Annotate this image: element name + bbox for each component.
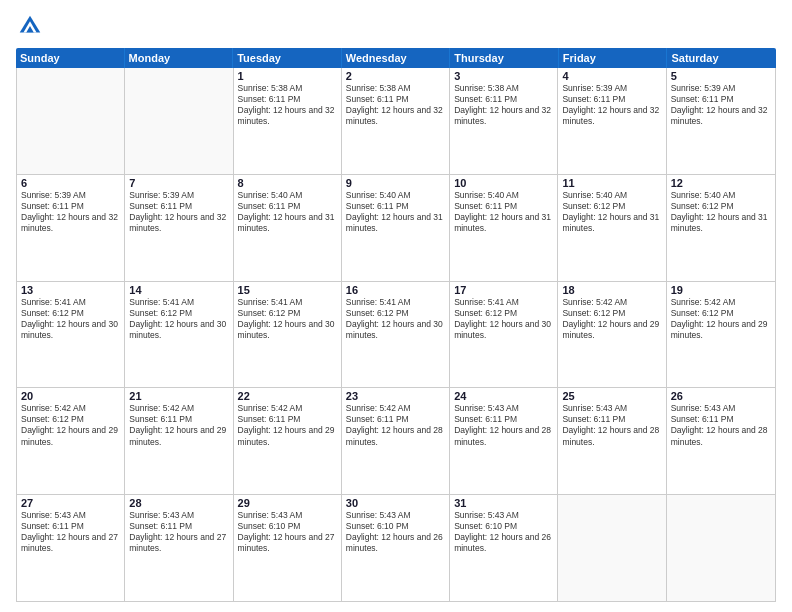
day-info: Sunrise: 5:38 AM Sunset: 6:11 PM Dayligh… xyxy=(454,83,553,127)
day-info: Sunrise: 5:42 AM Sunset: 6:11 PM Dayligh… xyxy=(238,403,337,447)
week-row-5: 27Sunrise: 5:43 AM Sunset: 6:11 PM Dayli… xyxy=(17,495,775,601)
day-cell-29: 29Sunrise: 5:43 AM Sunset: 6:10 PM Dayli… xyxy=(234,495,342,601)
calendar: SundayMondayTuesdayWednesdayThursdayFrid… xyxy=(16,48,776,602)
day-number: 11 xyxy=(562,177,661,189)
day-cell-17: 17Sunrise: 5:41 AM Sunset: 6:12 PM Dayli… xyxy=(450,282,558,388)
day-number: 28 xyxy=(129,497,228,509)
day-number: 24 xyxy=(454,390,553,402)
calendar-body: 1Sunrise: 5:38 AM Sunset: 6:11 PM Daylig… xyxy=(16,68,776,602)
day-cell-18: 18Sunrise: 5:42 AM Sunset: 6:12 PM Dayli… xyxy=(558,282,666,388)
day-info: Sunrise: 5:39 AM Sunset: 6:11 PM Dayligh… xyxy=(671,83,771,127)
day-info: Sunrise: 5:39 AM Sunset: 6:11 PM Dayligh… xyxy=(129,190,228,234)
day-cell-3: 3Sunrise: 5:38 AM Sunset: 6:11 PM Daylig… xyxy=(450,68,558,174)
day-cell-16: 16Sunrise: 5:41 AM Sunset: 6:12 PM Dayli… xyxy=(342,282,450,388)
day-number: 6 xyxy=(21,177,120,189)
day-info: Sunrise: 5:40 AM Sunset: 6:12 PM Dayligh… xyxy=(671,190,771,234)
day-number: 21 xyxy=(129,390,228,402)
day-cell-10: 10Sunrise: 5:40 AM Sunset: 6:11 PM Dayli… xyxy=(450,175,558,281)
day-cell-5: 5Sunrise: 5:39 AM Sunset: 6:11 PM Daylig… xyxy=(667,68,775,174)
day-info: Sunrise: 5:43 AM Sunset: 6:11 PM Dayligh… xyxy=(21,510,120,554)
day-info: Sunrise: 5:40 AM Sunset: 6:12 PM Dayligh… xyxy=(562,190,661,234)
day-info: Sunrise: 5:42 AM Sunset: 6:12 PM Dayligh… xyxy=(671,297,771,341)
day-cell-1: 1Sunrise: 5:38 AM Sunset: 6:11 PM Daylig… xyxy=(234,68,342,174)
empty-cell xyxy=(667,495,775,601)
day-cell-31: 31Sunrise: 5:43 AM Sunset: 6:10 PM Dayli… xyxy=(450,495,558,601)
day-info: Sunrise: 5:43 AM Sunset: 6:11 PM Dayligh… xyxy=(562,403,661,447)
day-cell-26: 26Sunrise: 5:43 AM Sunset: 6:11 PM Dayli… xyxy=(667,388,775,494)
day-info: Sunrise: 5:42 AM Sunset: 6:11 PM Dayligh… xyxy=(346,403,445,447)
weekday-header-thursday: Thursday xyxy=(450,48,559,68)
day-info: Sunrise: 5:42 AM Sunset: 6:12 PM Dayligh… xyxy=(562,297,661,341)
day-cell-21: 21Sunrise: 5:42 AM Sunset: 6:11 PM Dayli… xyxy=(125,388,233,494)
day-number: 19 xyxy=(671,284,771,296)
day-cell-2: 2Sunrise: 5:38 AM Sunset: 6:11 PM Daylig… xyxy=(342,68,450,174)
day-cell-22: 22Sunrise: 5:42 AM Sunset: 6:11 PM Dayli… xyxy=(234,388,342,494)
weekday-header-tuesday: Tuesday xyxy=(233,48,342,68)
day-number: 2 xyxy=(346,70,445,82)
day-info: Sunrise: 5:39 AM Sunset: 6:11 PM Dayligh… xyxy=(21,190,120,234)
day-cell-24: 24Sunrise: 5:43 AM Sunset: 6:11 PM Dayli… xyxy=(450,388,558,494)
day-info: Sunrise: 5:43 AM Sunset: 6:11 PM Dayligh… xyxy=(671,403,771,447)
day-cell-28: 28Sunrise: 5:43 AM Sunset: 6:11 PM Dayli… xyxy=(125,495,233,601)
day-info: Sunrise: 5:42 AM Sunset: 6:12 PM Dayligh… xyxy=(21,403,120,447)
page-header xyxy=(16,12,776,40)
day-info: Sunrise: 5:41 AM Sunset: 6:12 PM Dayligh… xyxy=(454,297,553,341)
week-row-3: 13Sunrise: 5:41 AM Sunset: 6:12 PM Dayli… xyxy=(17,282,775,389)
day-number: 31 xyxy=(454,497,553,509)
day-info: Sunrise: 5:43 AM Sunset: 6:11 PM Dayligh… xyxy=(129,510,228,554)
day-number: 22 xyxy=(238,390,337,402)
logo-icon xyxy=(16,12,44,40)
day-info: Sunrise: 5:41 AM Sunset: 6:12 PM Dayligh… xyxy=(129,297,228,341)
day-info: Sunrise: 5:41 AM Sunset: 6:12 PM Dayligh… xyxy=(21,297,120,341)
day-cell-13: 13Sunrise: 5:41 AM Sunset: 6:12 PM Dayli… xyxy=(17,282,125,388)
day-cell-11: 11Sunrise: 5:40 AM Sunset: 6:12 PM Dayli… xyxy=(558,175,666,281)
day-number: 13 xyxy=(21,284,120,296)
day-info: Sunrise: 5:43 AM Sunset: 6:11 PM Dayligh… xyxy=(454,403,553,447)
day-number: 14 xyxy=(129,284,228,296)
day-number: 4 xyxy=(562,70,661,82)
weekday-header-friday: Friday xyxy=(559,48,668,68)
day-info: Sunrise: 5:43 AM Sunset: 6:10 PM Dayligh… xyxy=(454,510,553,554)
day-number: 27 xyxy=(21,497,120,509)
day-cell-19: 19Sunrise: 5:42 AM Sunset: 6:12 PM Dayli… xyxy=(667,282,775,388)
day-number: 25 xyxy=(562,390,661,402)
day-cell-4: 4Sunrise: 5:39 AM Sunset: 6:11 PM Daylig… xyxy=(558,68,666,174)
day-number: 5 xyxy=(671,70,771,82)
day-number: 16 xyxy=(346,284,445,296)
day-info: Sunrise: 5:42 AM Sunset: 6:11 PM Dayligh… xyxy=(129,403,228,447)
day-cell-6: 6Sunrise: 5:39 AM Sunset: 6:11 PM Daylig… xyxy=(17,175,125,281)
day-info: Sunrise: 5:39 AM Sunset: 6:11 PM Dayligh… xyxy=(562,83,661,127)
weekday-header-wednesday: Wednesday xyxy=(342,48,451,68)
day-number: 1 xyxy=(238,70,337,82)
day-number: 26 xyxy=(671,390,771,402)
day-cell-7: 7Sunrise: 5:39 AM Sunset: 6:11 PM Daylig… xyxy=(125,175,233,281)
weekday-header-saturday: Saturday xyxy=(667,48,776,68)
logo xyxy=(16,12,48,40)
day-cell-12: 12Sunrise: 5:40 AM Sunset: 6:12 PM Dayli… xyxy=(667,175,775,281)
day-cell-25: 25Sunrise: 5:43 AM Sunset: 6:11 PM Dayli… xyxy=(558,388,666,494)
day-cell-27: 27Sunrise: 5:43 AM Sunset: 6:11 PM Dayli… xyxy=(17,495,125,601)
day-info: Sunrise: 5:43 AM Sunset: 6:10 PM Dayligh… xyxy=(238,510,337,554)
week-row-2: 6Sunrise: 5:39 AM Sunset: 6:11 PM Daylig… xyxy=(17,175,775,282)
week-row-1: 1Sunrise: 5:38 AM Sunset: 6:11 PM Daylig… xyxy=(17,68,775,175)
day-info: Sunrise: 5:38 AM Sunset: 6:11 PM Dayligh… xyxy=(238,83,337,127)
day-number: 7 xyxy=(129,177,228,189)
empty-cell xyxy=(558,495,666,601)
day-cell-9: 9Sunrise: 5:40 AM Sunset: 6:11 PM Daylig… xyxy=(342,175,450,281)
day-number: 29 xyxy=(238,497,337,509)
week-row-4: 20Sunrise: 5:42 AM Sunset: 6:12 PM Dayli… xyxy=(17,388,775,495)
day-info: Sunrise: 5:38 AM Sunset: 6:11 PM Dayligh… xyxy=(346,83,445,127)
day-info: Sunrise: 5:41 AM Sunset: 6:12 PM Dayligh… xyxy=(346,297,445,341)
day-number: 17 xyxy=(454,284,553,296)
day-number: 30 xyxy=(346,497,445,509)
day-info: Sunrise: 5:41 AM Sunset: 6:12 PM Dayligh… xyxy=(238,297,337,341)
day-cell-8: 8Sunrise: 5:40 AM Sunset: 6:11 PM Daylig… xyxy=(234,175,342,281)
empty-cell xyxy=(125,68,233,174)
empty-cell xyxy=(17,68,125,174)
day-number: 10 xyxy=(454,177,553,189)
weekday-header-monday: Monday xyxy=(125,48,234,68)
day-cell-20: 20Sunrise: 5:42 AM Sunset: 6:12 PM Dayli… xyxy=(17,388,125,494)
day-info: Sunrise: 5:40 AM Sunset: 6:11 PM Dayligh… xyxy=(346,190,445,234)
day-number: 9 xyxy=(346,177,445,189)
day-cell-15: 15Sunrise: 5:41 AM Sunset: 6:12 PM Dayli… xyxy=(234,282,342,388)
